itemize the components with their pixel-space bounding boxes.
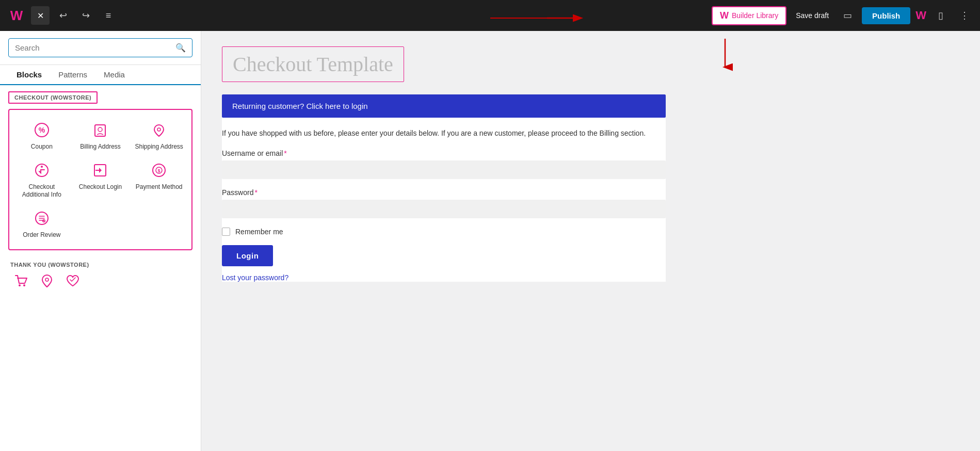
menu-button[interactable]: ≡ xyxy=(99,6,118,25)
sidebar-tabs: Blocks Patterns Media xyxy=(0,65,201,85)
block-item-payment-method[interactable]: $ Payment Method xyxy=(131,156,187,202)
svg-point-6 xyxy=(41,166,43,168)
block-label-checkout-login: Checkout Login xyxy=(79,183,122,190)
search-icon-button[interactable]: 🔍 xyxy=(175,43,186,53)
checkout-section-label: CHECKOUT (WOWSTORE) xyxy=(8,91,98,104)
search-input[interactable] xyxy=(15,43,171,52)
publish-button[interactable]: Publish xyxy=(862,7,910,24)
search-area: 🔍 xyxy=(0,31,201,65)
password-label: Password* xyxy=(222,188,666,197)
block-item-checkout-login[interactable]: Checkout Login xyxy=(72,156,129,202)
password-input[interactable] xyxy=(222,200,666,218)
payment-method-icon: $ xyxy=(151,163,167,180)
thank-you-location-icon xyxy=(39,273,55,292)
username-required: * xyxy=(284,149,286,157)
toolbar: W ✕ ↩ ↪ ≡ W Builder Library Save draft ▭… xyxy=(0,0,980,31)
svg-point-14 xyxy=(23,284,25,286)
block-label-order-review: Order Review xyxy=(23,231,60,238)
svg-point-13 xyxy=(19,284,21,286)
thank-you-heart-icon xyxy=(65,273,81,292)
content-area: Checkout Template Returning customer? Cl… xyxy=(201,31,980,451)
logo-icon: W xyxy=(10,9,23,22)
builder-library-button[interactable]: W Builder Library xyxy=(712,6,786,25)
menu-icon: ≡ xyxy=(106,10,111,21)
search-icon: 🔍 xyxy=(175,43,186,52)
more-options-button[interactable]: ⋮ xyxy=(955,6,974,25)
block-label-payment-method: Payment Method xyxy=(136,183,183,190)
order-review-icon xyxy=(34,211,50,228)
username-input[interactable] xyxy=(222,160,666,179)
thank-you-section-label: THANK YOU (WOWSTORE) xyxy=(8,257,192,273)
main-area: 🔍 Blocks Patterns Media CHECKOUT (WOWSTO… xyxy=(0,31,980,451)
panel-toggle-button[interactable]: ▯ xyxy=(931,6,950,25)
checkout-block-grid: % Coupon Billing Address Shipping xyxy=(8,109,192,250)
wowstore-logo-icon: W xyxy=(915,9,926,22)
search-box: 🔍 xyxy=(8,38,192,57)
sidebar: 🔍 Blocks Patterns Media CHECKOUT (WOWSTO… xyxy=(0,31,201,451)
page-title-box: Checkout Template xyxy=(222,46,404,82)
undo-icon: ↩ xyxy=(59,10,67,21)
info-text: If you have shopped with us before, plea… xyxy=(222,128,666,139)
svg-point-3 xyxy=(98,127,102,132)
block-item-coupon[interactable]: % Coupon xyxy=(13,116,70,154)
more-icon: ⋮ xyxy=(960,10,969,21)
block-label-billing: Billing Address xyxy=(80,143,121,150)
svg-text:%: % xyxy=(39,126,45,134)
svg-point-12 xyxy=(42,219,45,222)
svg-text:$: $ xyxy=(158,168,160,173)
logo: W xyxy=(6,5,27,26)
thank-you-icons xyxy=(8,273,192,292)
block-label-coupon: Coupon xyxy=(31,143,53,150)
checkout-wrapper: Returning customer? Click here to login … xyxy=(222,94,666,282)
tab-patterns[interactable]: Patterns xyxy=(50,65,95,85)
block-item-shipping[interactable]: Shipping Address xyxy=(131,116,187,154)
shipping-icon xyxy=(151,122,167,140)
username-label: Username or email* xyxy=(222,149,666,157)
additional-info-icon xyxy=(34,163,50,180)
password-required: * xyxy=(254,188,257,197)
checkout-login-icon xyxy=(92,163,108,180)
thank-you-cart-icon xyxy=(13,273,29,292)
svg-point-15 xyxy=(45,278,49,281)
toolbar-right: W Builder Library Save draft ▭ Publish W… xyxy=(712,6,974,25)
coupon-icon: % xyxy=(34,122,50,140)
returning-customer-banner[interactable]: Returning customer? Click here to login xyxy=(222,94,666,118)
block-item-additional-info[interactable]: Checkout Additional Info xyxy=(13,156,70,202)
undo-button[interactable]: ↩ xyxy=(54,6,72,25)
panel-icon: ▯ xyxy=(938,10,943,21)
block-label-shipping: Shipping Address xyxy=(135,143,183,150)
tab-blocks[interactable]: Blocks xyxy=(8,65,50,85)
svg-point-4 xyxy=(157,128,160,131)
block-item-order-review[interactable]: Order Review xyxy=(13,204,70,243)
lost-password-link[interactable]: Lost your password? xyxy=(222,273,666,282)
remember-me-label: Remember me xyxy=(235,228,283,236)
remember-me-checkbox[interactable] xyxy=(222,228,230,236)
svg-rect-2 xyxy=(95,125,105,136)
redo-button[interactable]: ↪ xyxy=(76,6,95,25)
tab-media[interactable]: Media xyxy=(95,65,133,85)
save-draft-button[interactable]: Save draft xyxy=(792,8,833,23)
page-title: Checkout Template xyxy=(233,52,393,76)
remember-me-row: Remember me xyxy=(222,228,666,236)
device-icon: ▭ xyxy=(843,10,852,21)
login-button[interactable]: Login xyxy=(222,245,273,266)
billing-icon xyxy=(92,122,108,140)
close-button[interactable]: ✕ xyxy=(31,6,50,25)
redo-icon: ↪ xyxy=(82,10,90,21)
sidebar-content: CHECKOUT (WOWSTORE) % Coupon Billing Add… xyxy=(0,85,201,451)
block-item-billing[interactable]: Billing Address xyxy=(72,116,129,154)
block-label-additional-info: Checkout Additional Info xyxy=(15,183,68,198)
device-preview-button[interactable]: ▭ xyxy=(838,6,857,25)
builder-library-logo: W xyxy=(720,10,729,21)
